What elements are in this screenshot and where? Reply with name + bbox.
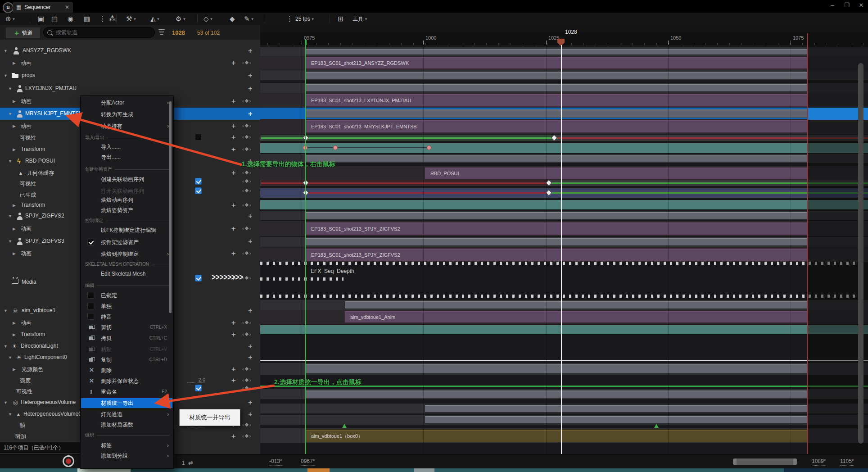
prev-key-icon[interactable]: ‹	[242, 60, 244, 65]
track-bar[interactable]	[305, 364, 807, 374]
add-key-icon[interactable]	[244, 386, 248, 390]
wrench-icon[interactable]: ⚒▼	[126, 13, 136, 25]
add-track-button[interactable]: ＋ 轨道	[5, 27, 41, 39]
next-key-icon[interactable]: ›	[249, 178, 251, 184]
next-key-icon[interactable]: ›	[249, 60, 251, 65]
next-key-icon[interactable]: ›	[249, 250, 251, 256]
add-key-icon[interactable]	[244, 227, 248, 230]
add-key-button[interactable]: ＋	[230, 202, 237, 208]
prev-key-icon[interactable]: ‹	[242, 134, 244, 140]
next-key-icon[interactable]: ›	[249, 98, 251, 104]
add-key-button[interactable]: ＋	[230, 146, 237, 152]
menu-item-添加材质函数[interactable]: 添加材质函数	[81, 420, 172, 430]
add-key-icon[interactable]	[244, 378, 248, 382]
menu-item-粘贴[interactable]: 粘贴CTRL+V	[81, 345, 172, 354]
add-key-button[interactable]: ＋	[230, 123, 237, 129]
prev-key-icon[interactable]: ‹	[242, 320, 244, 325]
track-bar[interactable]	[305, 238, 807, 246]
menu-item-按骨架过滤资产[interactable]: 按骨架过滤资产	[81, 237, 172, 247]
chevron-right-icon[interactable]: ▶	[13, 367, 16, 372]
menu-item-删除并保留状态[interactable]: ✕删除并保留状态	[81, 376, 172, 386]
menu-item-材质统一导出[interactable]: 材质统一导出	[81, 398, 172, 408]
filter-icon[interactable]	[158, 29, 165, 35]
track-bar[interactable]	[305, 390, 807, 398]
keyframe-circle[interactable]	[427, 145, 431, 150]
add-section-button[interactable]: ＋	[247, 72, 253, 78]
menu-item-分配Actor[interactable]: 分配Actor›	[81, 98, 172, 108]
section-bar[interactable]: aim_vdbtoue1_Anim	[344, 311, 807, 323]
prev-key-icon[interactable]: ‹	[242, 123, 244, 128]
next-key-icon[interactable]: ›	[249, 134, 251, 140]
menu-item-导出......[interactable]: 导出......	[81, 152, 172, 162]
section-bar[interactable]: EP183_SC01_shot213_LXYDJNJX_PMJTAU	[305, 94, 807, 107]
menu-checkbox-unchecked[interactable]	[87, 313, 94, 320]
chevron-down-icon[interactable]: ▼	[4, 49, 8, 53]
add-key-button[interactable]: ＋	[230, 366, 237, 372]
track-bar[interactable]	[305, 212, 807, 219]
minimize-button[interactable]: –	[827, 2, 837, 9]
playback-rate[interactable]: 1	[182, 460, 185, 466]
add-key-button[interactable]: ＋	[230, 98, 237, 104]
loop-icon[interactable]: ⇄	[188, 459, 193, 466]
next-key-icon[interactable]: ›	[249, 202, 251, 208]
section-bar[interactable]: EP183_SC01_shot213_MRYSLKJPT_EMNTSB	[305, 120, 807, 133]
next-key-icon[interactable]: ›	[249, 226, 251, 231]
chevron-down-icon[interactable]: ▼	[4, 73, 8, 78]
next-key-icon[interactable]: ›	[249, 385, 251, 390]
checkbox-checked[interactable]	[195, 187, 202, 194]
add-section-button[interactable]: ＋	[247, 85, 253, 91]
add-section-button[interactable]: ＋	[247, 307, 253, 313]
next-key-icon[interactable]: ›	[249, 275, 251, 281]
chevron-down-icon[interactable]: ▼	[8, 214, 12, 218]
prev-key-icon[interactable]: ‹	[242, 433, 244, 439]
world-icon[interactable]: ⊕▼	[5, 13, 16, 25]
menu-checkbox-checked[interactable]	[87, 239, 94, 245]
keyframe-triangle[interactable]	[654, 424, 659, 428]
menu-scrollbar[interactable]	[169, 101, 172, 313]
add-section-button[interactable]: ＋	[247, 354, 253, 360]
fps-dropdown[interactable]: 25 fps ▼	[295, 13, 315, 25]
keyframe-nav[interactable]: ‹›	[242, 146, 251, 152]
track-bar[interactable]	[305, 155, 807, 162]
next-key-icon[interactable]: ›	[249, 331, 251, 337]
add-section-button[interactable]: ＋	[247, 411, 253, 417]
range-field[interactable]: -013*	[269, 458, 282, 466]
chevron-down-icon[interactable]: ▼	[4, 400, 8, 405]
menu-item-已锁定[interactable]: 已锁定	[81, 290, 172, 300]
unreal-logo-icon[interactable]: u	[3, 2, 14, 13]
keyframe-nav[interactable]: ‹›	[242, 366, 251, 372]
menu-item-灯光通道[interactable]: 灯光通道›	[81, 409, 172, 419]
chevron-right-icon[interactable]: ▶	[13, 251, 16, 256]
track-bar[interactable]	[425, 416, 807, 424]
camera-icon[interactable]: ◉	[68, 13, 73, 25]
maximize-button[interactable]: ❐	[842, 2, 852, 9]
chevron-down-icon[interactable]: ▼	[4, 344, 8, 349]
horizontal-scrollbar[interactable]	[733, 458, 797, 465]
search-box[interactable]	[43, 27, 155, 38]
range-field[interactable]: 0967*	[301, 458, 315, 466]
keyframe-nav[interactable]: ‹›	[242, 331, 251, 337]
playback-options-icon[interactable]: ⚙▼	[176, 13, 186, 25]
menu-item-剪切[interactable]: 剪切CTRL+X	[81, 322, 172, 332]
range-field[interactable]: 1105*	[840, 458, 854, 466]
menu-item-标签[interactable]: 标签›	[81, 440, 172, 450]
keyframe-nav[interactable]: ‹›	[242, 250, 251, 256]
keyframe-nav[interactable]: ‹›	[242, 377, 251, 383]
menu-checkbox-unchecked[interactable]	[87, 303, 94, 309]
menu-checkbox-unchecked[interactable]	[87, 292, 94, 299]
next-key-icon[interactable]: ›	[249, 422, 251, 427]
prev-key-icon[interactable]: ‹	[242, 170, 244, 175]
add-key-icon[interactable]	[244, 171, 248, 174]
next-key-icon[interactable]: ›	[249, 320, 251, 325]
add-key-icon[interactable]	[244, 147, 248, 151]
menu-item-转换为可生成[interactable]: 转换为可生成	[81, 109, 172, 119]
menu-item-烘焙到控制绑定[interactable]: 烘焙到控制绑定›	[81, 249, 172, 259]
menu-item-复制[interactable]: 复制CTRL+D	[81, 355, 172, 365]
checkbox-checked[interactable]	[195, 178, 202, 185]
menu-item-单独[interactable]: 单独	[81, 301, 172, 311]
menu-item-拷贝[interactable]: 拷贝CTRL+C	[81, 333, 172, 343]
more-dots-icon[interactable]: ⋮	[286, 13, 293, 25]
track-bar[interactable]	[305, 109, 807, 118]
add-section-button[interactable]: ＋	[247, 238, 253, 244]
add-key-button[interactable]: ＋	[230, 59, 237, 66]
